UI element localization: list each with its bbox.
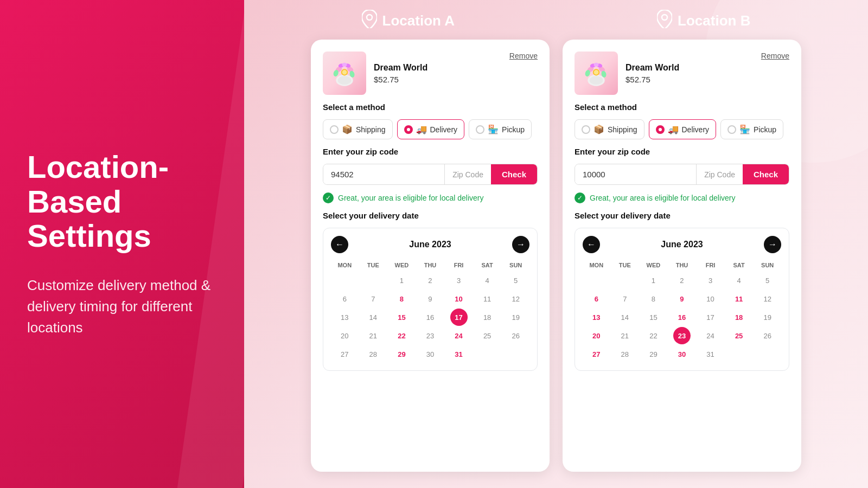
method-row-b: 📦 Shipping 🚚 Delivery 🏪 Pickup <box>575 119 789 139</box>
delivery-icon-b: 🚚 <box>668 124 679 134</box>
cal-day[interactable]: 17 <box>450 309 468 326</box>
zip-input-a[interactable] <box>323 164 444 184</box>
card-location-a: Dream World $52.75 Remove Select a metho… <box>311 40 550 472</box>
cal-day[interactable]: 22 <box>393 327 410 344</box>
cal-day: 12 <box>759 290 776 307</box>
method-shipping-b[interactable]: 📦 Shipping <box>575 119 644 139</box>
cal-day[interactable]: 25 <box>730 327 748 344</box>
method-delivery-a[interactable]: 🚚 Delivery <box>397 119 465 139</box>
zip-label-a: Enter your zip code <box>323 147 538 156</box>
cal-day: 8 <box>644 290 662 307</box>
method-delivery-b[interactable]: 🚚 Delivery <box>649 119 717 139</box>
cal-day-header: FRI <box>697 260 724 271</box>
product-info-b: Dream World $52.75 <box>626 63 754 84</box>
cal-day: 23 <box>422 327 439 344</box>
cal-day: 28 <box>365 345 382 363</box>
cal-day[interactable]: 10 <box>450 290 468 307</box>
delivery-date-label-b: Select your delivery date <box>575 211 789 220</box>
pickup-label-b: Pickup <box>754 125 776 134</box>
zip-placeholder-a: Zip Code <box>445 164 491 184</box>
cards-container: Dream World $52.75 Remove Select a metho… <box>260 40 852 472</box>
cal-day: 31 <box>702 345 719 363</box>
cal-day[interactable]: 16 <box>673 309 691 326</box>
delivery-icon-a: 🚚 <box>416 124 427 134</box>
cal-day <box>478 345 496 363</box>
method-pickup-b[interactable]: 🏪 Pickup <box>720 119 783 139</box>
cal-day: 16 <box>422 309 439 326</box>
product-image-a <box>323 52 366 95</box>
cal-day: 2 <box>422 272 439 289</box>
remove-button-a[interactable]: Remove <box>509 52 538 60</box>
cal-prev-b[interactable]: ← <box>583 236 600 253</box>
product-row-a: Dream World $52.75 Remove <box>323 52 538 95</box>
cal-day: 18 <box>478 309 496 326</box>
cal-day[interactable]: 11 <box>730 290 748 307</box>
cal-day: 3 <box>450 272 468 289</box>
product-price-b: $52.75 <box>626 75 754 84</box>
product-row-b: Dream World $52.75 Remove <box>575 52 789 95</box>
success-text-b: Great, your area is eligible for local d… <box>590 194 735 202</box>
svg-point-9 <box>342 63 347 67</box>
cal-day[interactable]: 29 <box>393 345 410 363</box>
cal-day: 7 <box>365 290 382 307</box>
cal-day-header: FRI <box>445 260 473 271</box>
cal-day-header: SUN <box>502 260 529 271</box>
cal-next-a[interactable]: → <box>512 236 529 253</box>
cal-day: 25 <box>478 327 496 344</box>
zip-row-b: Zip Code Check <box>575 164 789 185</box>
cal-day <box>730 345 748 363</box>
product-name-a: Dream World <box>374 63 502 73</box>
cal-header-a: ← June 2023 → <box>331 236 529 253</box>
cal-day: 1 <box>393 272 410 289</box>
cal-day[interactable]: 9 <box>673 290 691 307</box>
check-button-a[interactable]: Check <box>491 164 537 184</box>
cal-day[interactable]: 15 <box>393 309 410 326</box>
cal-day: 14 <box>365 309 382 326</box>
shipping-label-b: Shipping <box>608 125 637 134</box>
zip-row-a: Zip Code Check <box>323 164 538 185</box>
cal-day[interactable]: 30 <box>673 345 691 363</box>
cal-prev-a[interactable]: ← <box>331 236 348 253</box>
radio-pickup-b <box>727 125 736 134</box>
cal-day: 11 <box>478 290 496 307</box>
method-shipping-a[interactable]: 📦 Shipping <box>323 119 393 139</box>
cal-day: 21 <box>616 327 634 344</box>
location-b-header: Location B <box>657 10 750 32</box>
cal-day[interactable]: 20 <box>588 327 605 344</box>
method-pickup-a[interactable]: 🏪 Pickup <box>469 119 532 139</box>
shipping-icon-b: 📦 <box>593 124 604 134</box>
cal-day[interactable]: 31 <box>450 345 468 363</box>
cal-day[interactable]: 24 <box>450 327 468 344</box>
cal-day: 28 <box>616 345 634 363</box>
remove-button-b[interactable]: Remove <box>761 52 789 60</box>
cal-day[interactable]: 27 <box>588 345 605 363</box>
svg-point-21 <box>594 70 599 75</box>
cal-day[interactable]: 23 <box>673 327 691 344</box>
product-info-a: Dream World $52.75 <box>374 63 502 84</box>
cal-day[interactable]: 13 <box>588 309 605 326</box>
cal-day: 2 <box>673 272 691 289</box>
hero-title: Location-Based Settings <box>27 150 217 253</box>
cal-day[interactable]: 8 <box>393 290 410 307</box>
location-a-header: Location A <box>362 10 455 32</box>
cal-day <box>759 345 776 363</box>
check-button-b[interactable]: Check <box>743 164 789 184</box>
cal-day: 10 <box>702 290 719 307</box>
cal-day[interactable]: 18 <box>730 309 748 326</box>
success-msg-b: ✓ Great, your area is eligible for local… <box>575 192 789 203</box>
zip-input-b[interactable] <box>575 164 696 184</box>
cal-day: 7 <box>616 290 634 307</box>
cal-day <box>365 272 382 289</box>
location-a-pin-icon <box>362 10 377 32</box>
delivery-label-a: Delivery <box>430 125 458 134</box>
cal-day: 19 <box>507 309 525 326</box>
cal-next-b[interactable]: → <box>764 236 781 253</box>
cal-day: 21 <box>365 327 382 344</box>
cal-day: 22 <box>644 327 662 344</box>
cal-day[interactable]: 6 <box>588 290 605 307</box>
cal-day-header: MON <box>331 260 359 271</box>
cal-day-header: SAT <box>725 260 753 271</box>
svg-point-0 <box>367 15 372 20</box>
shipping-label-a: Shipping <box>356 125 386 134</box>
method-label-b: Select a method <box>575 102 789 112</box>
